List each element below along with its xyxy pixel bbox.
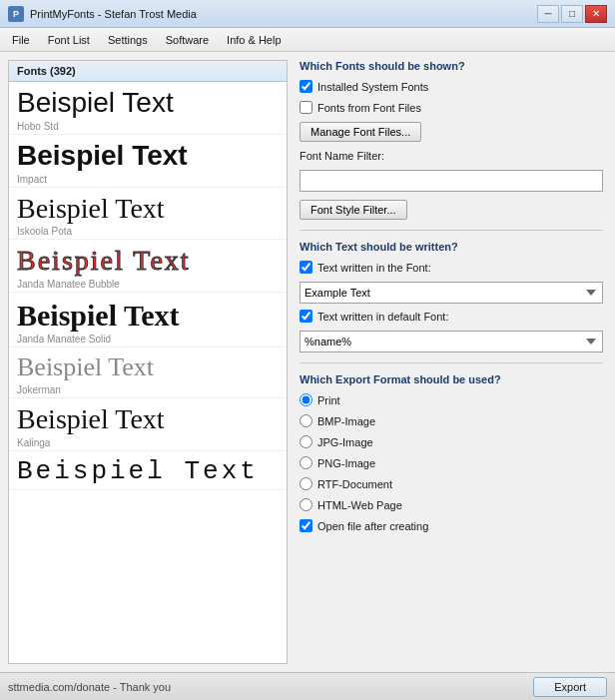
radio-rtf-label: RTF-Document — [317, 478, 392, 490]
checkbox-text-in-font[interactable] — [300, 261, 312, 274]
main-content: Fonts (392) Beispiel TextHobo StdBeispie… — [0, 52, 615, 672]
checkbox-text-in-font-label: Text written in the Font: — [317, 262, 431, 274]
radio-jpg-row[interactable]: JPG-Image — [300, 435, 603, 448]
left-panel: Fonts (392) Beispiel TextHobo StdBeispie… — [8, 60, 288, 664]
checkbox-installed-label: Installed System Fonts — [317, 81, 428, 93]
font-preview: Beispiel Text — [17, 299, 279, 332]
font-preview: Beispiel Text — [17, 404, 279, 435]
right-panel: Which Fonts should be shown? Installed S… — [288, 52, 615, 672]
radio-html-row[interactable]: HTML-Web Page — [300, 498, 603, 511]
font-style-filter-button[interactable]: Font Style Filter... — [300, 200, 407, 220]
radio-png-label: PNG-Image — [317, 457, 375, 469]
menu-info-help[interactable]: Info & Help — [219, 32, 289, 48]
section-which-text-title: Which Text should be written? — [300, 241, 603, 253]
font-name: Hobo Std — [17, 121, 279, 132]
radio-rtf-row[interactable]: RTF-Document — [300, 477, 603, 490]
status-bar: sttmedia.com/donate - Thank you Export — [0, 672, 615, 700]
radio-jpg[interactable] — [300, 435, 312, 448]
font-preview: Beispiel Text — [17, 88, 279, 119]
font-name: Janda Manatee Bubble — [17, 279, 279, 290]
font-preview: Beispiel Text — [17, 246, 279, 277]
list-item[interactable]: Beispiel TextKalinga — [9, 398, 287, 451]
checkbox-text-default[interactable] — [300, 310, 312, 323]
radio-print[interactable] — [300, 393, 312, 406]
menu-file[interactable]: File — [4, 32, 38, 48]
close-button[interactable]: ✕ — [585, 5, 607, 23]
font-preview: Beispiel Text — [17, 353, 279, 382]
checkbox-open-after-row[interactable]: Open file after creating — [300, 519, 603, 532]
section-export-format-title: Which Export Format should be used? — [300, 373, 603, 385]
default-text-dropdown[interactable]: %name% — [300, 331, 603, 352]
status-text: sttmedia.com/donate - Thank you — [8, 681, 171, 693]
title-bar-controls: ─ □ ✕ — [537, 5, 607, 23]
font-list[interactable]: Beispiel TextHobo StdBeispiel TextImpact… — [9, 82, 287, 663]
checkbox-text-default-label: Text written in default Font: — [317, 311, 448, 323]
manage-font-files-button[interactable]: Manage Font Files... — [300, 122, 421, 142]
title-bar-text: PrintMyFonts - Stefan Trost Media — [30, 8, 197, 20]
menu-bar: File Font List Settings Software Info & … — [0, 28, 615, 52]
checkbox-from-files-row[interactable]: Fonts from Font Files — [300, 101, 603, 114]
radio-bmp-label: BMP-Image — [317, 415, 375, 427]
font-preview: Beispiel Text — [17, 457, 279, 486]
list-item[interactable]: Beispiel TextImpact — [9, 135, 287, 188]
radio-html[interactable] — [300, 498, 312, 511]
fonts-header: Fonts (392) — [9, 61, 287, 82]
font-name-filter-label: Font Name Filter: — [300, 150, 603, 162]
font-name: Jokerman — [17, 384, 279, 395]
list-item[interactable]: Beispiel Text — [9, 451, 287, 491]
list-item[interactable]: Beispiel TextJokerman — [9, 348, 287, 398]
radio-rtf[interactable] — [300, 477, 312, 490]
menu-software[interactable]: Software — [158, 32, 217, 48]
checkbox-installed[interactable] — [300, 80, 312, 93]
font-preview: Beispiel Text — [17, 194, 279, 225]
title-bar-left: P PrintMyFonts - Stefan Trost Media — [8, 6, 197, 22]
checkbox-text-default-row[interactable]: Text written in default Font: — [300, 310, 603, 323]
example-text-dropdown[interactable]: Example Text — [300, 282, 603, 304]
checkbox-from-files-label: Fonts from Font Files — [317, 102, 421, 114]
font-preview: Beispiel Text — [17, 141, 279, 172]
list-item[interactable]: Beispiel TextHobo Std — [9, 82, 287, 135]
section-which-fonts-title: Which Fonts should be shown? — [300, 60, 603, 72]
font-name: Impact — [17, 174, 279, 185]
divider-2 — [300, 362, 603, 363]
radio-jpg-label: JPG-Image — [317, 436, 373, 448]
export-button[interactable]: Export — [533, 677, 607, 697]
title-bar: P PrintMyFonts - Stefan Trost Media ─ □ … — [0, 0, 615, 28]
radio-png-row[interactable]: PNG-Image — [300, 456, 603, 469]
font-name: Kalinga — [17, 437, 279, 448]
font-name-filter-input[interactable] — [300, 170, 603, 192]
radio-bmp-row[interactable]: BMP-Image — [300, 414, 603, 427]
radio-bmp[interactable] — [300, 414, 312, 427]
radio-html-label: HTML-Web Page — [317, 499, 402, 511]
divider-1 — [300, 230, 603, 231]
checkbox-open-after[interactable] — [300, 519, 312, 532]
checkbox-open-after-label: Open file after creating — [317, 520, 428, 532]
font-name: Janda Manatee Solid — [17, 334, 279, 345]
radio-print-label: Print — [317, 394, 340, 406]
app-icon: P — [8, 6, 24, 22]
checkbox-installed-row[interactable]: Installed System Fonts — [300, 80, 603, 93]
list-item[interactable]: Beispiel TextJanda Manatee Solid — [9, 293, 287, 348]
menu-font-list[interactable]: Font List — [40, 32, 98, 48]
checkbox-from-files[interactable] — [300, 101, 312, 114]
radio-print-row[interactable]: Print — [300, 393, 603, 406]
list-item[interactable]: Beispiel TextIskoola Pota — [9, 188, 287, 241]
menu-settings[interactable]: Settings — [100, 32, 156, 48]
minimize-button[interactable]: ─ — [537, 5, 559, 23]
checkbox-text-in-font-row[interactable]: Text written in the Font: — [300, 261, 603, 274]
list-item[interactable]: Beispiel TextJanda Manatee Bubble — [9, 240, 287, 293]
font-name: Iskoola Pota — [17, 226, 279, 237]
radio-png[interactable] — [300, 456, 312, 469]
maximize-button[interactable]: □ — [561, 5, 583, 23]
font-list-container: Beispiel TextHobo StdBeispiel TextImpact… — [9, 82, 287, 663]
